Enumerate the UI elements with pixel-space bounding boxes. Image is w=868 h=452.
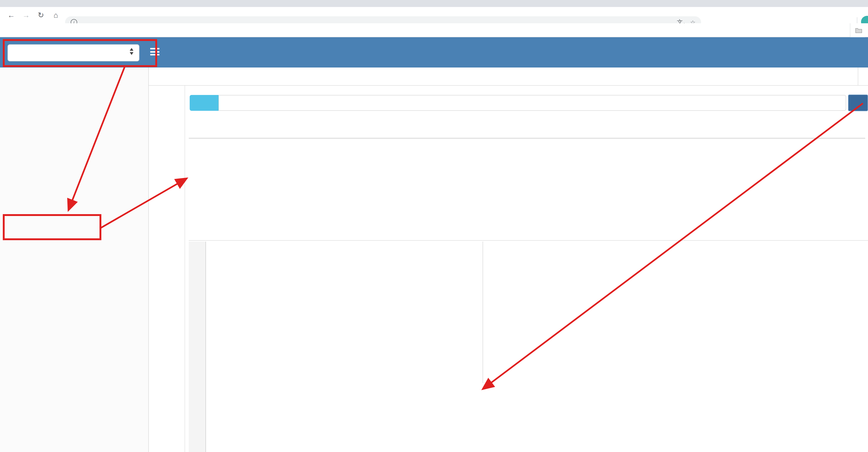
doc-debug-tabs: [149, 86, 185, 452]
browser-toolbar: ← → ↻ ⌂ i 文A ☆: [0, 7, 868, 23]
params-table: [189, 138, 865, 139]
expand-tabs-icon[interactable]: [858, 67, 868, 86]
browser-tab-strip: [0, 0, 868, 7]
send-request-button[interactable]: [848, 94, 868, 111]
other-bookmarks[interactable]: [850, 23, 865, 37]
sidebar: [0, 67, 149, 452]
response-tab-bar: [189, 223, 868, 241]
folder-icon: [855, 27, 862, 33]
response-json-viewer[interactable]: [189, 242, 868, 452]
back-icon[interactable]: ←: [6, 10, 17, 21]
request-url-input[interactable]: [218, 95, 846, 111]
document-tab-bar: [149, 67, 868, 86]
module-select[interactable]: [7, 44, 140, 61]
home-icon[interactable]: ⌂: [50, 10, 61, 21]
new-tab-button[interactable]: [786, 1, 795, 7]
http-method-badge: [190, 95, 218, 111]
app-header: [0, 37, 868, 67]
reload-icon[interactable]: ↻: [35, 10, 46, 21]
bookmarks-bar: [0, 23, 868, 37]
line-number-gutter: [189, 242, 206, 452]
forward-icon[interactable]: →: [21, 10, 32, 21]
annotation-divider: [483, 242, 483, 383]
menu-toggle-icon[interactable]: [150, 48, 159, 57]
select-arrows-icon: [130, 48, 134, 55]
